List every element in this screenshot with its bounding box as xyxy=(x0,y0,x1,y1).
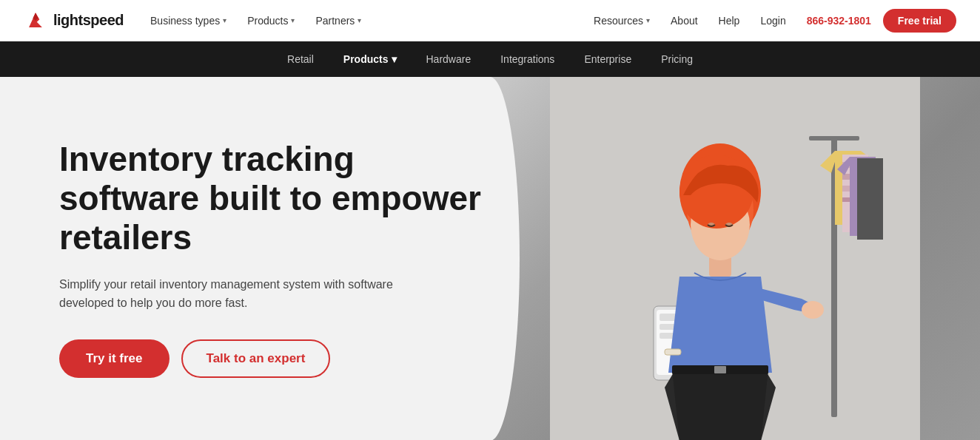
svg-rect-23 xyxy=(714,366,726,373)
try-free-button[interactable]: Try it free xyxy=(59,339,170,378)
nav-login[interactable]: Login xyxy=(751,9,794,33)
svg-point-20 xyxy=(802,301,824,319)
nav-partners[interactable]: Partners ▾ xyxy=(306,9,370,33)
chevron-down-icon: ▾ xyxy=(291,16,295,24)
hero-section: Inventory tracking software built to emp… xyxy=(0,77,980,440)
free-trial-button[interactable]: Free trial xyxy=(883,9,956,33)
chevron-down-icon: ▾ xyxy=(392,53,397,65)
hero-title: Inventory tracking software built to emp… xyxy=(59,140,503,257)
nav-resources[interactable]: Resources ▾ xyxy=(585,9,659,33)
logo-link[interactable]: lightspeed xyxy=(24,9,124,33)
sub-nav-hardware[interactable]: Hardware xyxy=(412,41,486,77)
nav-products[interactable]: Products ▾ xyxy=(238,9,303,33)
top-navigation: lightspeed Business types ▾ Products ▾ P… xyxy=(0,0,980,41)
hero-content: Inventory tracking software built to emp… xyxy=(0,77,608,440)
sub-navigation: Retail Products ▾ Hardware Integrations … xyxy=(0,41,980,77)
svg-rect-21 xyxy=(665,349,681,355)
hero-subtitle: Simplify your retail inventory managemen… xyxy=(59,275,415,313)
chevron-down-icon: ▾ xyxy=(223,16,226,24)
nav-left-group: Business types ▾ Products ▾ Partners ▾ xyxy=(141,9,370,33)
logo-text: lightspeed xyxy=(53,12,124,29)
sub-nav-retail[interactable]: Retail xyxy=(272,41,329,77)
sub-nav-integrations[interactable]: Integrations xyxy=(486,41,569,77)
nav-business-types[interactable]: Business types ▾ xyxy=(141,9,235,33)
phone-number[interactable]: 866-932-1801 xyxy=(807,15,871,27)
sub-nav-pricing[interactable]: Pricing xyxy=(646,41,708,77)
lightspeed-logo-icon xyxy=(24,9,47,33)
talk-expert-button[interactable]: Talk to an expert xyxy=(181,339,331,378)
hero-buttons: Try it free Talk to an expert xyxy=(59,339,548,378)
chevron-down-icon: ▾ xyxy=(358,16,361,24)
sub-nav-products[interactable]: Products ▾ xyxy=(329,41,412,77)
sub-nav-enterprise[interactable]: Enterprise xyxy=(569,41,646,77)
chevron-down-icon: ▾ xyxy=(646,16,650,24)
nav-about[interactable]: About xyxy=(662,9,707,33)
nav-right-group: Resources ▾ About Help Login 866-932-180… xyxy=(585,9,956,33)
nav-help[interactable]: Help xyxy=(710,9,749,33)
